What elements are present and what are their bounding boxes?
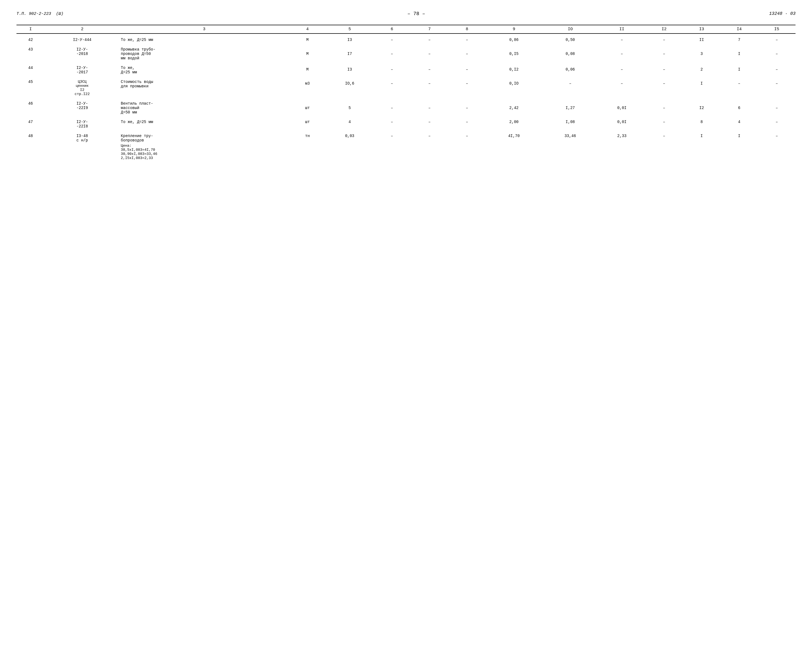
col-header-1: I	[17, 25, 45, 34]
header-center: – 78 –	[408, 11, 425, 17]
row-unit: шт	[289, 116, 326, 130]
row-col7: –	[411, 130, 448, 161]
row-col15: –	[758, 116, 795, 130]
row-col8: –	[448, 43, 486, 62]
row-num: 44	[17, 62, 45, 76]
col-header-3: 3	[120, 25, 289, 34]
row-col13: 2	[683, 62, 721, 76]
row-col6: –	[373, 62, 411, 76]
row-unit: тн	[289, 130, 326, 161]
col-header-2: 2	[45, 25, 120, 34]
row-col11: –	[598, 43, 645, 62]
row-col5: IO,6	[326, 76, 373, 97]
row-col12: –	[645, 97, 683, 116]
col-header-11: II	[598, 25, 645, 34]
row-num: 42	[17, 34, 45, 43]
row-col5: I3	[326, 62, 373, 76]
row-col7: –	[411, 116, 448, 130]
row-desc: То же, Д=25 мм	[120, 116, 289, 130]
row-desc: Вентиль пласт-массовыйД=50 мм	[120, 97, 289, 116]
row-col14: I	[721, 43, 758, 62]
header-right: 13248 · 03	[769, 11, 795, 16]
col-header-15: I5	[758, 25, 795, 34]
row-col6: –	[373, 76, 411, 97]
row-code: I3-48с н/р	[45, 130, 120, 161]
row-col15: –	[758, 76, 795, 97]
row-unit: М	[289, 62, 326, 76]
row-col13: I2	[683, 97, 721, 116]
row-col9: 2,00	[486, 116, 542, 130]
row-col6: –	[373, 130, 411, 161]
row-col6: –	[373, 43, 411, 62]
row-col10: –	[542, 76, 598, 97]
row-unit: М	[289, 43, 326, 62]
row-unit: м3	[289, 76, 326, 97]
col-header-4: 4	[289, 25, 326, 34]
row-col11: –	[598, 34, 645, 43]
row-code: I2-У-444	[45, 34, 120, 43]
col-header-14: I4	[721, 25, 758, 34]
col-header-8: 8	[448, 25, 486, 34]
table-row: 43 I2-У--2018 Промывка трубо-проводов Д=…	[17, 43, 795, 62]
row-col13: 3	[683, 43, 721, 62]
row-col11: 2,33	[598, 130, 645, 161]
page-header: Т.П. 902-2-223 (Ш) – 78 – 13248 · 03	[17, 11, 795, 17]
row-col11: 0,0I	[598, 97, 645, 116]
row-col14: I	[721, 62, 758, 76]
row-unit: М	[289, 34, 326, 43]
row-col10: I,08	[542, 116, 598, 130]
row-col10: 33,46	[542, 130, 598, 161]
row-col9: 2,42	[486, 97, 542, 116]
col-header-10: IO	[542, 25, 598, 34]
table-row: 44 I2-У--2017 То же,Д=25 мм М I3 – – – 0…	[17, 62, 795, 76]
row-col8: –	[448, 130, 486, 161]
row-col9: 0,I2	[486, 62, 542, 76]
row-col13: I	[683, 76, 721, 97]
row-col13: 8	[683, 116, 721, 130]
row-col10: I,27	[542, 97, 598, 116]
row-col15: –	[758, 62, 795, 76]
row-col6: –	[373, 116, 411, 130]
row-col14: –	[721, 76, 758, 97]
row-unit: шт	[289, 97, 326, 116]
row-num: 45	[17, 76, 45, 97]
row-col5: 5	[326, 97, 373, 116]
row-col7: –	[411, 76, 448, 97]
row-col8: –	[448, 97, 486, 116]
row-col14: 7	[721, 34, 758, 43]
row-desc: Крепление тру-бопроводов Цена: 38,5хI,08…	[120, 130, 289, 161]
row-desc: Промывка трубо-проводов Д=50мм водой	[120, 43, 289, 62]
row-col15: –	[758, 43, 795, 62]
row-num: 47	[17, 116, 45, 130]
row-col12: –	[645, 76, 683, 97]
row-col8: –	[448, 76, 486, 97]
col-header-9: 9	[486, 25, 542, 34]
row-col5: 0,03	[326, 130, 373, 161]
col-header-5: 5	[326, 25, 373, 34]
row-num: 43	[17, 43, 45, 62]
row-col10: 0,06	[542, 62, 598, 76]
row-col5: 4	[326, 116, 373, 130]
table-row: 46 I2-У--22I9 Вентиль пласт-массовыйД=50…	[17, 97, 795, 116]
row-col12: –	[645, 62, 683, 76]
header-left: Т.П. 902-2-223 (Ш)	[17, 12, 63, 16]
row-col6: –	[373, 97, 411, 116]
row-desc: Стоимость водыдля промывки	[120, 76, 289, 97]
row-col9: 4I,70	[486, 130, 542, 161]
table-row: 47 I2-У--22I8 То же, Д=25 мм шт 4 – – – …	[17, 116, 795, 130]
row-col8: –	[448, 116, 486, 130]
row-code: I2-У--2018	[45, 43, 120, 62]
row-col14: I	[721, 130, 758, 161]
col-header-6: 6	[373, 25, 411, 34]
row-code: I2-У--2017	[45, 62, 120, 76]
row-col11: –	[598, 76, 645, 97]
col-header-13: I3	[683, 25, 721, 34]
row-col14: 6	[721, 97, 758, 116]
row-col7: –	[411, 34, 448, 43]
row-col14: 4	[721, 116, 758, 130]
row-col10: 0,50	[542, 34, 598, 43]
row-col11: 0,0I	[598, 116, 645, 130]
row-col6: –	[373, 34, 411, 43]
row-num: 46	[17, 97, 45, 116]
row-col8: –	[448, 34, 486, 43]
